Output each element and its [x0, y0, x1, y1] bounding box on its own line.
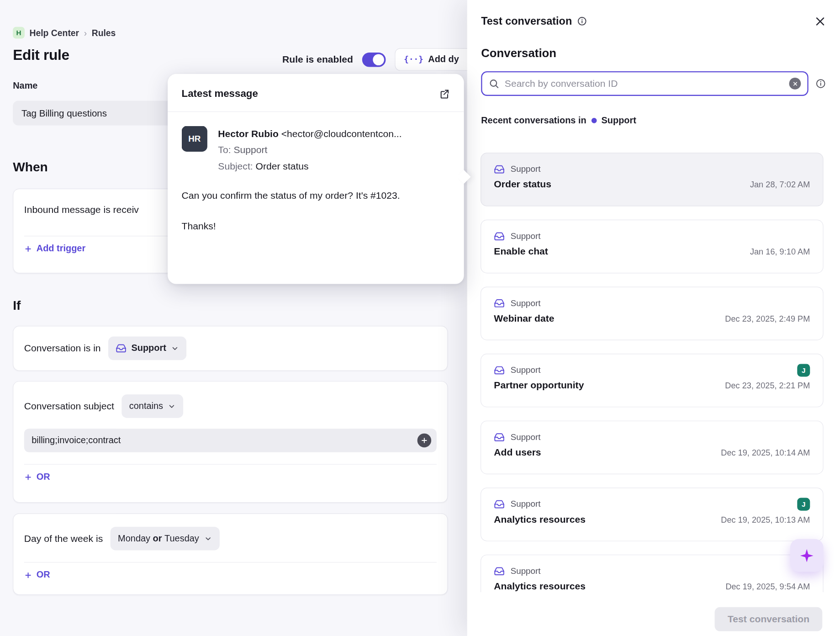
conversation-timestamp: Dec 19, 2025, 10:13 AM — [721, 515, 810, 525]
name-field-label: Name — [13, 80, 37, 91]
conversation-inbox-row: Support — [494, 164, 810, 175]
inbox-icon — [494, 164, 504, 175]
popover-header: Latest message — [168, 74, 464, 112]
inbox-icon — [494, 231, 504, 241]
popover-body: HR Hector Rubio <hector@cloudcontentcon.… — [168, 112, 464, 246]
info-icon[interactable] — [577, 16, 587, 26]
when-heading: When — [13, 160, 48, 175]
add-trigger-label: Add trigger — [37, 243, 85, 254]
or-label: OR — [37, 570, 50, 580]
app-root: H Help Center › Rules Edit rule Rule is … — [0, 0, 840, 636]
conversation-card[interactable]: Support Partner opportunity Dec 23, 2025… — [481, 354, 824, 407]
panel-title: Test conversation — [481, 15, 572, 27]
assignee-avatar: J — [797, 364, 810, 376]
latest-message-popover: Latest message HR Hector Rubio <hector@c… — [168, 74, 464, 284]
message-meta: Hector Rubio <hector@cloudcontentcon... … — [218, 126, 402, 175]
conversation-timestamp: Dec 23, 2025, 2:49 PM — [725, 314, 810, 323]
plus-icon — [24, 244, 32, 253]
clear-search-icon[interactable] — [789, 78, 801, 90]
condition-subject-card: Conversation subject contains OR — [13, 381, 448, 503]
conversation-inbox-name: Support — [511, 432, 541, 442]
conversation-title: Analytics resources — [494, 514, 586, 525]
condition-subject-label: Conversation subject — [24, 401, 114, 412]
add-or-condition-button[interactable]: OR — [24, 472, 50, 482]
conversation-inbox-row: Support — [494, 298, 810, 308]
conversation-search-box — [481, 71, 808, 96]
to-value: Support — [233, 145, 267, 155]
inbox-icon — [494, 298, 504, 308]
close-icon[interactable] — [814, 15, 826, 27]
add-trigger-button[interactable]: Add trigger — [24, 243, 85, 254]
breadcrumb-rules[interactable]: Rules — [92, 27, 116, 37]
conversation-inbox-name: Support — [511, 567, 541, 576]
panel-header: Test conversation — [467, 0, 840, 27]
add-keyword-button[interactable] — [417, 434, 431, 447]
conversation-inbox-name: Support — [511, 164, 541, 174]
inbox-select-chip[interactable]: Support — [108, 337, 186, 360]
conversation-list: Support Order status Jan 28, 7:02 AM Sup… — [481, 153, 824, 621]
breadcrumb-help-center[interactable]: Help Center — [30, 27, 79, 37]
add-dynamic-variable-label: Add dy — [428, 54, 459, 64]
conversation-timestamp: Dec 23, 2025, 2:21 PM — [725, 381, 810, 391]
conversation-title: Enable chat — [494, 246, 548, 257]
rule-enabled-label: Rule is enabled — [282, 54, 353, 65]
to-line: To: Support — [218, 142, 402, 158]
condition-inbox-label: Conversation is in — [24, 343, 101, 354]
open-external-icon[interactable] — [439, 88, 450, 100]
search-info-icon[interactable] — [815, 78, 826, 89]
conversation-timestamp: Jan 28, 7:02 AM — [750, 180, 810, 190]
conversation-card[interactable]: Support Webinar date Dec 23, 2025, 2:49 … — [481, 286, 824, 340]
message-body: Can you confirm the status of my order? … — [182, 188, 423, 204]
subject-keywords-input[interactable] — [24, 429, 437, 452]
message-header: HR Hector Rubio <hector@cloudcontentcon.… — [182, 126, 450, 175]
breadcrumb-separator: › — [84, 27, 87, 37]
conversation-inbox-name: Support — [511, 499, 541, 509]
conversation-title: Analytics resources — [494, 581, 586, 592]
assignee-avatar: J — [797, 498, 810, 511]
recent-conversations-header: Recent conversations in Support — [481, 115, 826, 126]
day-card-footer: OR — [24, 562, 437, 588]
condition-day-label: Day of the week is — [24, 533, 103, 544]
inbox-icon — [494, 566, 504, 577]
operator-select-chip[interactable]: contains — [122, 394, 183, 418]
rule-enabled-toggle[interactable] — [362, 52, 386, 67]
conversation-inbox-name: Support — [511, 298, 541, 308]
conversation-search-input[interactable] — [505, 78, 784, 90]
operator-value: contains — [129, 401, 163, 411]
inbox-select-value: Support — [131, 343, 166, 354]
condition-day-card: Day of the week is Monday or Tuesday OR — [13, 514, 448, 595]
chevron-down-icon — [204, 535, 212, 543]
help-center-badge[interactable]: H — [13, 27, 25, 39]
test-conversation-button[interactable]: Test conversation — [715, 607, 822, 631]
conversation-title: Order status — [494, 179, 551, 191]
sender-line: Hector Rubio <hector@cloudcontentcon... — [218, 126, 402, 142]
conversation-inbox-row: Support — [494, 231, 810, 241]
search-row — [481, 71, 826, 96]
dynamic-variable-icon: {··} — [404, 55, 423, 64]
conversation-title-row: Enable chat Jan 16, 9:10 AM — [494, 246, 810, 257]
conversation-title-row: Order status Jan 28, 7:02 AM — [494, 179, 810, 191]
conversation-card[interactable]: Support Analytics resources Dec 19, 2025… — [481, 488, 824, 541]
if-heading: If — [13, 298, 21, 313]
add-or-condition-button[interactable]: OR — [24, 570, 50, 580]
subject-line: Subject: Order status — [218, 158, 402, 174]
conversation-card[interactable]: Support Add users Dec 19, 2025, 10:14 AM — [481, 421, 824, 474]
search-icon — [489, 78, 499, 89]
recent-inbox-name: Support — [602, 115, 636, 126]
condition-day-row: Day of the week is Monday or Tuesday — [24, 527, 437, 551]
chevron-down-icon — [168, 402, 176, 410]
day-value-or: or — [153, 533, 162, 543]
subject-value: Order status — [256, 161, 309, 171]
page-title: Edit rule — [13, 47, 69, 64]
ai-assistant-button[interactable] — [790, 539, 824, 572]
panel-footer: Test conversation — [467, 592, 840, 636]
sender-name: Hector Rubio — [218, 128, 279, 139]
condition-inbox-card: Conversation is in Support — [13, 326, 448, 371]
conversation-inbox-name: Support — [511, 366, 541, 375]
conversation-card[interactable]: Support Order status Jan 28, 7:02 AM — [481, 153, 824, 206]
day-select-chip[interactable]: Monday or Tuesday — [111, 527, 220, 551]
conversation-timestamp: Jan 16, 9:10 AM — [750, 247, 810, 257]
subject-label: Subject: — [218, 161, 253, 171]
to-label: To: — [218, 145, 231, 155]
conversation-card[interactable]: Support Enable chat Jan 16, 9:10 AM — [481, 220, 824, 273]
